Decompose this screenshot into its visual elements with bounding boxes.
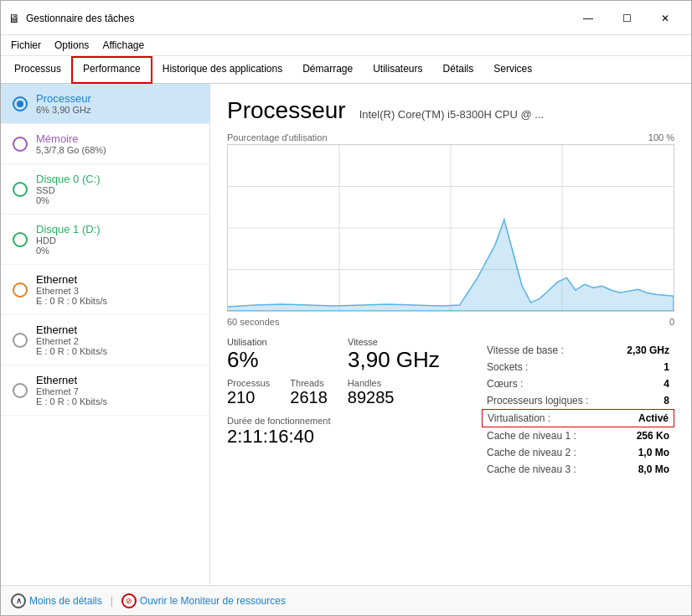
- sockets-val: 1: [664, 361, 669, 373]
- processeurs-val: 8: [664, 395, 669, 406]
- disque0-icon: [13, 182, 28, 197]
- sidebar-item-ethernet2[interactable]: Ethernet Ethernet 2 E : 0 R : 0 Kbits/s: [1, 315, 209, 365]
- open-monitor-link[interactable]: Ouvrir le Moniteur de ressources: [140, 595, 286, 607]
- cache2-key: Cache de niveau 2 :: [487, 447, 576, 458]
- ethernet2-subtitle: E : 0 R : 0 Kbits/s: [36, 346, 198, 356]
- ethernet3-icon: [13, 383, 28, 398]
- handles-label: Handles: [348, 378, 395, 388]
- ethernet1-subtitle: E : 0 R : 0 Kbits/s: [36, 296, 198, 306]
- cache3-key: Cache de niveau 3 :: [487, 463, 576, 475]
- tab-performance[interactable]: Performance: [71, 56, 152, 84]
- separator: |: [111, 595, 113, 607]
- bottom-bar: ∧ Moins de détails | ⊘ Ouvrir le Moniteu…: [1, 585, 691, 615]
- processeur-icon: [13, 96, 28, 111]
- info-processeurs: Processeurs logiques : 8: [482, 392, 674, 409]
- vitesse-base-key: Vitesse de base :: [487, 344, 564, 356]
- disque1-sub2: HDD: [36, 236, 198, 246]
- vitesse-value: 3,90 GHz: [348, 347, 468, 373]
- menu-affichage[interactable]: Affichage: [96, 37, 151, 54]
- ethernet2-text: Ethernet Ethernet 2 E : 0 R : 0 Kbits/s: [36, 324, 198, 356]
- disque0-subtitle: 0%: [36, 195, 198, 205]
- info-virtualisation: Virtualisation : Activé: [482, 409, 674, 427]
- title-bar: 🖥 Gestionnaire des tâches — ☐ ✕: [1, 1, 691, 35]
- stat-threads: Threads 2618: [290, 378, 328, 407]
- coeurs-key: Cœurs :: [487, 378, 523, 390]
- ethernet1-icon: [13, 282, 28, 298]
- menu-bar: Fichier Options Affichage: [1, 35, 691, 56]
- sidebar-item-memoire[interactable]: Mémoire 5,3/7,8 Go (68%): [1, 124, 209, 164]
- tab-historique[interactable]: Historique des applications: [152, 56, 292, 83]
- disque1-subtitle: 0%: [36, 246, 198, 256]
- detail-pane: Processeur Intel(R) Core(TM) i5-8300H CP…: [210, 84, 691, 585]
- detail-header: Processeur Intel(R) Core(TM) i5-8300H CP…: [227, 97, 674, 124]
- info-cache1: Cache de niveau 1 : 256 Ko: [482, 427, 674, 444]
- sockets-key: Sockets :: [487, 361, 528, 373]
- sidebar-item-disque1[interactable]: Disque 1 (D:) HDD 0%: [1, 215, 209, 265]
- disque1-icon: [13, 232, 28, 247]
- utilisation-value: 6%: [227, 347, 348, 373]
- coeurs-val: 4: [664, 378, 669, 390]
- disque0-sub2: SSD: [36, 185, 198, 195]
- ethernet3-text: Ethernet Ethernet 7 E : 0 R : 0 Kbits/s: [36, 374, 198, 406]
- threads-value: 2618: [290, 388, 328, 407]
- uptime-section: Durée de fonctionnement 2:11:16:40: [227, 416, 468, 448]
- info-cache3: Cache de niveau 3 : 8,0 Mo: [482, 461, 674, 478]
- memoire-subtitle: 5,3/7,8 Go (68%): [36, 145, 198, 155]
- stat-processus: Processus 210: [227, 378, 270, 407]
- chart-time-row: 60 secondes 0: [227, 317, 674, 327]
- close-button[interactable]: ✕: [646, 6, 684, 31]
- sidebar-item-disque0[interactable]: Disque 0 (C:) SSD 0%: [1, 164, 209, 215]
- cpu-chart: [227, 144, 674, 312]
- maximize-button[interactable]: ☐: [607, 6, 646, 31]
- menu-options[interactable]: Options: [48, 37, 96, 54]
- stats-left: Utilisation 6% Vitesse 3,90 GHz Processu…: [227, 337, 468, 478]
- ethernet3-title: Ethernet: [36, 374, 198, 386]
- stats-row2: Processus 210 Threads 2618 Handles 89285: [227, 378, 468, 407]
- cpu-chart-svg: [228, 145, 674, 311]
- utilisation-label: Utilisation: [227, 337, 348, 347]
- minimize-button[interactable]: —: [569, 6, 607, 31]
- chevron-down-icon: ∧: [11, 593, 26, 608]
- cache3-val: 8,0 Mo: [638, 463, 669, 475]
- chart-x-end: 0: [669, 317, 674, 327]
- menu-fichier[interactable]: Fichier: [4, 37, 48, 54]
- vitesse-base-val: 2,30 GHz: [627, 344, 669, 356]
- less-details-link[interactable]: Moins de détails: [29, 595, 102, 607]
- processeur-title: Processeur: [36, 92, 198, 105]
- cache1-val: 256 Ko: [637, 430, 669, 442]
- stat-utilisation: Utilisation 6%: [227, 337, 348, 373]
- disque0-text: Disque 0 (C:) SSD 0%: [36, 173, 198, 205]
- uptime-label: Durée de fonctionnement: [227, 416, 468, 426]
- stats-info-row: Utilisation 6% Vitesse 3,90 GHz Processu…: [227, 337, 674, 478]
- memoire-title: Mémoire: [36, 132, 198, 145]
- tab-utilisateurs[interactable]: Utilisateurs: [363, 56, 432, 83]
- processus-value: 210: [227, 388, 270, 407]
- virtualisation-key: Virtualisation :: [488, 412, 550, 424]
- ethernet2-title: Ethernet: [36, 324, 198, 336]
- sidebar-item-ethernet1[interactable]: Ethernet Ethernet 3 E : 0 R : 0 Kbits/s: [1, 265, 209, 315]
- sidebar-item-ethernet3[interactable]: Ethernet Ethernet 7 E : 0 R : 0 Kbits/s: [1, 365, 209, 416]
- info-table: Vitesse de base : 2,30 GHz Sockets : 1 C…: [482, 342, 674, 478]
- ethernet1-title: Ethernet: [36, 273, 198, 286]
- sidebar: Processeur 6% 3,90 GHz Mémoire 5,3/7,8 G…: [1, 84, 210, 585]
- memoire-text: Mémoire 5,3/7,8 Go (68%): [36, 132, 198, 155]
- processeur-text: Processeur 6% 3,90 GHz: [36, 92, 198, 115]
- info-sockets: Sockets : 1: [482, 359, 674, 375]
- cache2-val: 1,0 Mo: [638, 447, 669, 458]
- tab-services[interactable]: Services: [483, 56, 542, 83]
- ethernet1-text: Ethernet Ethernet 3 E : 0 R : 0 Kbits/s: [36, 273, 198, 306]
- tab-details[interactable]: Détails: [433, 56, 484, 83]
- uptime-value: 2:11:16:40: [227, 426, 468, 448]
- tab-demarrage[interactable]: Démarrage: [292, 56, 363, 83]
- handles-value: 89285: [348, 388, 395, 407]
- tab-processus[interactable]: Processus: [4, 56, 71, 83]
- stats-row1: Utilisation 6% Vitesse 3,90 GHz: [227, 337, 468, 373]
- window-title: Gestionnaire des tâches: [26, 13, 569, 24]
- vitesse-label: Vitesse: [348, 337, 468, 347]
- tabs-bar: Processus Performance Historique des app…: [1, 56, 691, 84]
- cache1-key: Cache de niveau 1 :: [487, 430, 576, 442]
- disque1-text: Disque 1 (D:) HDD 0%: [36, 223, 198, 256]
- sidebar-item-processeur[interactable]: Processeur 6% 3,90 GHz: [1, 84, 209, 124]
- virtualisation-val: Activé: [638, 412, 669, 424]
- chart-y-max: 100 %: [648, 132, 674, 142]
